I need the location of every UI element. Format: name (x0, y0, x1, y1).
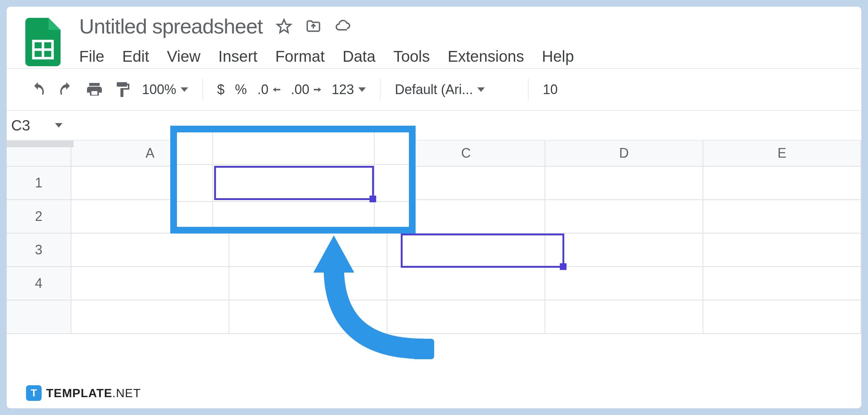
move-folder-icon[interactable] (305, 18, 322, 35)
cell-a3[interactable] (71, 234, 229, 267)
app-window: Untitled spreadsheet File Edit View Inse… (7, 7, 861, 408)
document-title[interactable]: Untitled spreadsheet (79, 14, 263, 38)
menu-help[interactable]: Help (542, 48, 574, 65)
menu-tools[interactable]: Tools (393, 48, 430, 65)
menubar: File Edit View Insert Format Data Tools … (79, 48, 850, 65)
row-header-1[interactable]: 1 (7, 167, 71, 200)
font-size-input[interactable]: 10 (543, 82, 558, 97)
cloud-status-icon[interactable] (335, 18, 351, 35)
undo-icon[interactable] (29, 80, 47, 99)
name-box-value: C3 (11, 117, 30, 134)
corner-shade (7, 141, 74, 147)
cell-d2[interactable] (545, 200, 703, 234)
cell-e4[interactable] (703, 267, 861, 300)
header: Untitled spreadsheet File Edit View Inse… (7, 7, 861, 68)
increase-decimal-button[interactable]: .00 (291, 82, 321, 97)
redo-icon[interactable] (57, 80, 75, 99)
cell-a4[interactable] (71, 267, 229, 300)
header-content: Untitled spreadsheet File Edit View Inse… (79, 14, 850, 65)
column-header-d[interactable]: D (545, 141, 703, 167)
chevron-down-icon (55, 123, 62, 128)
svg-rect-3 (412, 339, 434, 359)
menu-file[interactable]: File (79, 48, 104, 65)
zoom-callout (170, 126, 416, 234)
menu-view[interactable]: View (167, 48, 200, 65)
chevron-down-icon (181, 87, 188, 92)
zoom-selection-handle (370, 196, 376, 202)
menu-edit[interactable]: Edit (122, 48, 149, 65)
font-dropdown[interactable]: Default (Ari... (395, 82, 514, 97)
menu-format[interactable]: Format (275, 48, 325, 65)
row-2: 2 (7, 200, 861, 234)
sheets-logo-icon[interactable] (25, 18, 61, 66)
watermark-text: TEMPLATE.NET (46, 386, 141, 400)
toolbar: 100% $ % .0 .00 123 Default (Ari... 10 (7, 68, 861, 111)
column-headers: A B C D E (7, 141, 861, 167)
star-icon[interactable] (276, 18, 292, 35)
number-format-dropdown[interactable]: 123 (332, 82, 366, 97)
cell-e3[interactable] (703, 234, 861, 267)
row-1: 1 (7, 167, 861, 200)
title-row: Untitled spreadsheet (79, 14, 850, 38)
print-icon[interactable] (85, 80, 103, 99)
toolbar-separator (528, 78, 529, 101)
watermark-logo-icon: T (26, 385, 42, 401)
currency-button[interactable]: $ (217, 82, 225, 97)
cell-d4[interactable] (545, 267, 703, 300)
name-box[interactable]: C3 (7, 117, 74, 134)
zoom-selection (214, 166, 374, 200)
menu-extensions[interactable]: Extensions (448, 48, 524, 65)
row-header-2[interactable]: 2 (7, 200, 71, 234)
zoom-dropdown[interactable]: 100% (142, 82, 188, 97)
column-header-e[interactable]: E (703, 141, 861, 167)
cell-d3[interactable] (545, 234, 703, 267)
decrease-decimal-button[interactable]: .0 (257, 82, 280, 97)
row-header-4[interactable]: 4 (7, 267, 71, 300)
zoom-value: 100% (142, 82, 176, 97)
watermark: T TEMPLATE.NET (26, 385, 141, 401)
cell-e2[interactable] (703, 200, 861, 234)
cell-d5[interactable] (545, 300, 703, 334)
row-header-3[interactable]: 3 (7, 234, 71, 267)
chevron-down-icon (477, 87, 485, 92)
toolbar-separator (202, 78, 203, 101)
row-header-5[interactable] (7, 300, 71, 334)
menu-data[interactable]: Data (342, 48, 375, 65)
cell-e5[interactable] (703, 300, 861, 334)
annotation-arrow-icon (297, 230, 438, 360)
toolbar-separator (380, 78, 381, 101)
formula-bar-row: C3 (7, 111, 861, 141)
menu-insert[interactable]: Insert (218, 48, 257, 65)
cell-d1[interactable] (545, 167, 703, 200)
cell-a5[interactable] (71, 300, 229, 334)
paint-format-icon[interactable] (114, 80, 132, 99)
percent-button[interactable]: % (235, 82, 247, 97)
chevron-down-icon (358, 87, 366, 92)
cell-e1[interactable] (703, 167, 861, 200)
